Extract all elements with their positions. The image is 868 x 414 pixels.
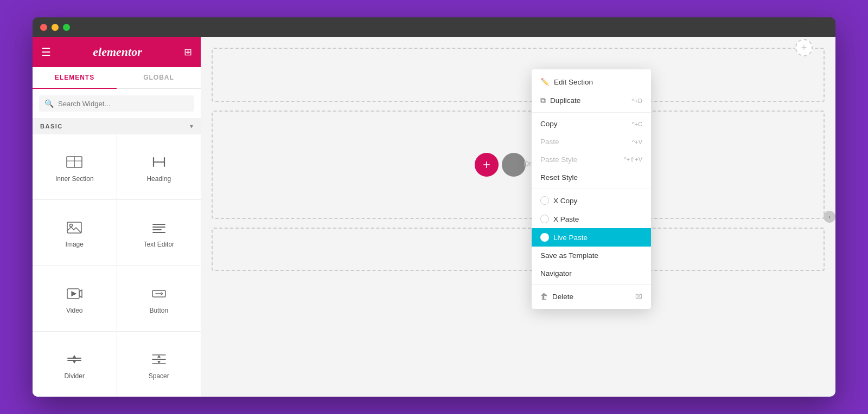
context-menu-item-reset-style[interactable]: Reset Style bbox=[532, 169, 651, 186]
ctx-divider-1 bbox=[532, 112, 651, 113]
widget-video[interactable]: Video bbox=[33, 266, 117, 331]
ctx-label-duplicate: Duplicate bbox=[550, 96, 580, 105]
svg-marker-15 bbox=[73, 361, 76, 364]
add-element-button[interactable]: + bbox=[475, 153, 499, 177]
context-menu-item-edit-section[interactable]: ✏️ Edit Section bbox=[532, 73, 651, 91]
context-menu-item-x-copy[interactable]: X Copy bbox=[532, 191, 651, 210]
tab-global[interactable]: GLOBAL bbox=[117, 67, 201, 88]
browser-window: ☰ elementor ⊞ ELEMENTS GLOBAL 🔍 BASIC ▾ bbox=[33, 17, 835, 397]
context-menu-item-live-paste[interactable]: Live Paste bbox=[532, 228, 651, 247]
browser-content: ☰ elementor ⊞ ELEMENTS GLOBAL 🔍 BASIC ▾ bbox=[33, 37, 835, 397]
grid-icon[interactable]: ⊞ bbox=[184, 46, 192, 58]
ctx-label-copy: Copy bbox=[540, 120, 558, 128]
ctx-shortcut-paste: ^+V bbox=[632, 139, 642, 145]
divider-icon bbox=[66, 351, 83, 368]
section-header-basic: BASIC ▾ bbox=[33, 118, 201, 134]
widget-label-divider: Divider bbox=[65, 372, 85, 380]
context-menu-item-copy[interactable]: Copy ^+C bbox=[532, 115, 651, 133]
ctx-label-x-paste: X Paste bbox=[553, 215, 579, 223]
ctx-divider-3 bbox=[532, 284, 651, 285]
ctx-shortcut-paste-style: ^+⇧+V bbox=[624, 156, 642, 163]
traffic-light-red[interactable] bbox=[40, 24, 47, 31]
traffic-light-green[interactable] bbox=[63, 24, 70, 31]
search-bar: 🔍 bbox=[33, 89, 201, 118]
search-input-wrap: 🔍 bbox=[39, 95, 194, 112]
widget-label-spacer: Spacer bbox=[149, 372, 169, 380]
widget-heading[interactable]: Heading bbox=[117, 134, 201, 199]
widget-spacer[interactable]: Spacer bbox=[117, 332, 201, 397]
ctx-label-save-template: Save as Template bbox=[540, 251, 598, 260]
ctx-shortcut-delete: ⌧ bbox=[635, 293, 642, 300]
pencil-icon: ✏️ bbox=[540, 77, 550, 86]
text-editor-icon bbox=[150, 219, 168, 236]
svg-point-4 bbox=[70, 224, 73, 227]
search-icon: 🔍 bbox=[44, 99, 54, 108]
widget-inner-section[interactable]: Inner Section bbox=[33, 134, 117, 199]
widget-divider[interactable]: Divider bbox=[33, 332, 117, 397]
image-icon bbox=[66, 219, 83, 236]
inner-section-icon bbox=[66, 153, 83, 171]
duplicate-icon: ⧉ bbox=[540, 96, 546, 105]
ctx-label-edit-section: Edit Section bbox=[554, 78, 593, 86]
sidebar-header: ☰ elementor ⊞ bbox=[33, 37, 201, 67]
button-icon bbox=[150, 285, 168, 302]
browser-titlebar bbox=[33, 17, 835, 37]
canvas-section-top[interactable]: + bbox=[212, 48, 825, 102]
x-paste-icon bbox=[540, 215, 549, 223]
ctx-shortcut-copy: ^+C bbox=[631, 121, 642, 127]
context-menu-item-paste-style[interactable]: Paste Style ^+⇧+V bbox=[532, 151, 651, 169]
main-canvas: + + Drag wid... ‹ bbox=[201, 37, 835, 397]
chevron-down-icon[interactable]: ▾ bbox=[190, 122, 193, 130]
elementor-logo: elementor bbox=[93, 45, 142, 59]
widget-label-button: Button bbox=[149, 307, 168, 314]
section-add-button[interactable]: + bbox=[795, 39, 813, 56]
ctx-label-delete: Delete bbox=[552, 293, 573, 301]
ctx-label-paste-style: Paste Style bbox=[540, 156, 577, 164]
widget-image[interactable]: Image bbox=[33, 200, 117, 265]
canvas-section-bottom[interactable] bbox=[212, 228, 825, 271]
context-menu-item-paste[interactable]: Paste ^+V bbox=[532, 133, 651, 151]
ctx-label-reset-style: Reset Style bbox=[540, 173, 578, 182]
x-copy-icon bbox=[540, 196, 549, 205]
video-icon bbox=[66, 285, 83, 302]
context-menu-item-navigator[interactable]: Navigator bbox=[532, 264, 651, 282]
context-menu-item-duplicate[interactable]: ⧉ Duplicate ^+D bbox=[532, 91, 651, 110]
widget-label-image: Image bbox=[66, 241, 84, 248]
canvas-inner: + + Drag wid... ‹ bbox=[201, 37, 835, 397]
search-input[interactable] bbox=[58, 100, 189, 108]
widget-label-video: Video bbox=[66, 307, 82, 314]
widget-button[interactable]: Button bbox=[117, 266, 201, 331]
ctx-label-paste: Paste bbox=[540, 138, 559, 146]
context-menu-item-save-template[interactable]: Save as Template bbox=[532, 247, 651, 264]
ctx-divider-2 bbox=[532, 189, 651, 189]
trash-icon: 🗑 bbox=[540, 292, 548, 301]
hamburger-icon[interactable]: ☰ bbox=[41, 46, 51, 59]
context-menu-item-delete[interactable]: 🗑 Delete ⌧ bbox=[532, 287, 651, 306]
spacer-icon bbox=[150, 351, 168, 368]
widget-label-text-editor: Text Editor bbox=[143, 241, 174, 248]
widget-label-heading: Heading bbox=[146, 175, 171, 183]
widgets-grid: Inner Section Heading Image bbox=[33, 134, 201, 397]
section-label-basic: BASIC bbox=[40, 123, 63, 130]
context-menu: ✏️ Edit Section ⧉ Duplicate ^+D bbox=[532, 69, 651, 309]
widget-label-inner-section: Inner Section bbox=[55, 175, 94, 183]
ctx-shortcut-duplicate: ^+D bbox=[631, 98, 642, 104]
collapse-panel-button[interactable]: ‹ bbox=[824, 211, 835, 223]
ctx-label-navigator: Navigator bbox=[540, 269, 572, 277]
tab-elements[interactable]: ELEMENTS bbox=[33, 67, 117, 89]
traffic-light-yellow[interactable] bbox=[52, 24, 59, 31]
canvas-section-main[interactable]: + Drag wid... bbox=[212, 111, 825, 219]
heading-icon bbox=[150, 153, 168, 171]
svg-marker-13 bbox=[73, 355, 76, 358]
context-menu-item-x-paste[interactable]: X Paste bbox=[532, 210, 651, 228]
sidebar-tabs: ELEMENTS GLOBAL bbox=[33, 67, 201, 89]
live-paste-icon bbox=[540, 233, 549, 242]
widget-text-editor[interactable]: Text Editor bbox=[117, 200, 201, 265]
sidebar: ☰ elementor ⊞ ELEMENTS GLOBAL 🔍 BASIC ▾ bbox=[33, 37, 201, 397]
ctx-label-x-copy: X Copy bbox=[553, 197, 577, 205]
ctx-label-live-paste: Live Paste bbox=[553, 234, 588, 242]
